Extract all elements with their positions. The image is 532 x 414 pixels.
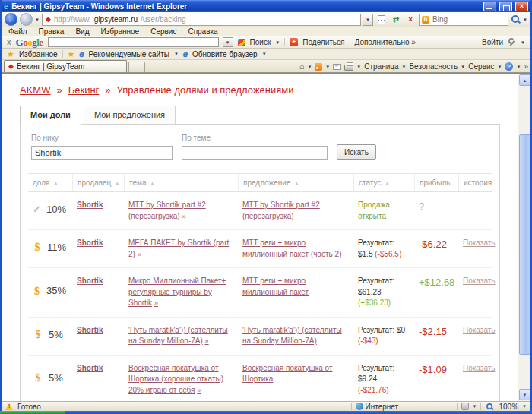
chevron-down-icon[interactable]: ▼: [521, 40, 525, 45]
chevron-down-icon[interactable]: ▼: [262, 52, 267, 56]
menu-view[interactable]: Вид: [75, 28, 89, 36]
bing-search-input[interactable]: [432, 15, 501, 24]
seller-link[interactable]: Shortik: [77, 364, 103, 372]
mail-icon[interactable]: [333, 64, 341, 70]
protected-mode-icon[interactable]: [461, 403, 469, 410]
wrench-icon[interactable]: [508, 38, 516, 46]
topic-link[interactable]: Воскресная покатушка от Шортика (хорошие…: [128, 364, 223, 394]
external-link-icon[interactable]: »: [154, 299, 158, 307]
add-favorite-star-icon[interactable]: ★: [68, 50, 75, 58]
toolbar-close-icon[interactable]: x: [7, 38, 11, 46]
chevron-down-icon[interactable]: ▼: [473, 404, 477, 409]
offer-link[interactable]: МТТ реги + микро миллионный пакет: [242, 277, 309, 296]
zoom-level[interactable]: 100%: [499, 403, 518, 411]
compatibility-view-button[interactable]: [375, 14, 388, 26]
seller-link[interactable]: Shortik: [77, 326, 103, 334]
menu-file[interactable]: Файл: [8, 28, 27, 36]
chevron-down-icon[interactable]: ▼: [174, 52, 179, 56]
topic-link[interactable]: МТТ by Shortik part #2 (перезагрузка): [128, 201, 206, 220]
column-header[interactable]: статус ▲: [353, 174, 414, 191]
history-show-link[interactable]: Показать: [463, 326, 496, 334]
scroll-up-icon[interactable]: ▲: [519, 74, 530, 86]
warning-icon[interactable]: [5, 403, 14, 410]
nick-input[interactable]: [31, 146, 173, 160]
breadcrumb-link-backing[interactable]: Бекинг: [68, 84, 100, 96]
chevron-down-icon[interactable]: ▼: [516, 65, 521, 69]
external-link-icon[interactable]: »: [205, 337, 209, 345]
column-header[interactable]: история: [458, 174, 492, 191]
chevron-down-icon[interactable]: ▼: [461, 65, 465, 69]
search-box[interactable]: b: [419, 14, 508, 26]
help-icon[interactable]: ?: [505, 62, 513, 71]
safety-menu-button[interactable]: Безопасность: [410, 62, 458, 71]
offer-link[interactable]: МТТ реги + микро миллионный пакет (часть…: [242, 239, 342, 258]
sort-asc-icon[interactable]: ▲: [150, 181, 154, 185]
breadcrumb-link-akmw[interactable]: AKMW: [20, 84, 50, 96]
column-header[interactable]: прибыль: [414, 174, 458, 191]
close-button[interactable]: ×: [515, 2, 528, 11]
seller-link[interactable]: Shortik: [77, 201, 103, 209]
seller-link[interactable]: Shortik: [77, 277, 103, 285]
tab-my-shares[interactable]: Мои доли: [20, 106, 81, 125]
google-search-dropdown[interactable]: ▼: [223, 37, 233, 47]
chevron-down-icon[interactable]: ▼: [356, 65, 361, 69]
restore-button[interactable]: [499, 2, 512, 11]
search-options-icon[interactable]: ▼: [523, 17, 527, 22]
menu-favorites[interactable]: Избранное: [100, 28, 139, 36]
google-search-input[interactable]: [48, 37, 219, 47]
topic-link[interactable]: Микро Миллионный Пакет+ регулярные турни…: [128, 277, 226, 307]
start-button[interactable]: [0, 411, 65, 414]
scrollbar-thumb[interactable]: [519, 134, 530, 355]
forward-button[interactable]: →: [20, 13, 33, 26]
zoom-icon[interactable]: [486, 403, 494, 410]
print-icon[interactable]: [344, 65, 353, 71]
sort-asc-icon[interactable]: ▲: [115, 181, 119, 185]
topic-link[interactable]: 'Путь maratik'а')) (сателлиты на Sunday …: [128, 326, 228, 346]
chevron-down-icon[interactable]: ▼: [325, 65, 330, 69]
chevron-down-icon[interactable]: ▼: [307, 65, 312, 69]
rss-icon[interactable]: [315, 63, 322, 71]
sort-asc-icon[interactable]: ▲: [294, 181, 299, 185]
update-browser-button[interactable]: Обновите браузер: [192, 50, 258, 58]
topic-input[interactable]: [182, 146, 328, 160]
vertical-scrollbar[interactable]: ▲ ▼: [518, 74, 530, 401]
column-header[interactable]: доля ▲: [28, 174, 72, 191]
column-header[interactable]: продавец ▲: [72, 174, 124, 191]
new-tab-stub[interactable]: [128, 62, 145, 72]
google-share-button[interactable]: Поделиться: [302, 38, 344, 46]
history-show-link[interactable]: Показать: [463, 277, 496, 285]
google-signin-button[interactable]: Войти: [482, 38, 503, 46]
search-button[interactable]: Искать: [337, 144, 376, 160]
offer-link[interactable]: МТТ by Shortik part #2 (перезагрузка): [242, 201, 320, 220]
page-menu-button[interactable]: Страница: [364, 62, 398, 71]
sort-asc-icon[interactable]: ▲: [385, 181, 389, 185]
external-link-icon[interactable]: »: [182, 213, 185, 220]
stop-button[interactable]: ×: [404, 14, 416, 26]
column-header[interactable]: тема ▲: [124, 174, 238, 191]
chevron-down-icon[interactable]: ▼: [402, 65, 407, 69]
menu-help[interactable]: Справка: [188, 28, 217, 36]
chevron-down-icon[interactable]: ▼: [522, 404, 527, 409]
favorites-button[interactable]: Избранное: [19, 50, 58, 58]
offer-link[interactable]: Воскресная покатушка от Шортика: [242, 364, 333, 384]
home-icon[interactable]: ⌂: [299, 62, 305, 71]
tools-menu-button[interactable]: Сервис: [468, 62, 494, 71]
overflow-chevron-icon[interactable]: »: [524, 62, 528, 71]
google-search-button[interactable]: Поиск: [250, 38, 271, 46]
browser-tab-active[interactable]: ◆ Бекинг | GipsyTeam: [4, 60, 127, 72]
topic-link[interactable]: МЕГА ПАКЕТ by Shortik (part 2): [128, 239, 229, 258]
tab-my-offers[interactable]: Мои предложения: [84, 106, 176, 124]
minimize-button[interactable]: [483, 2, 496, 11]
search-icon[interactable]: [511, 14, 521, 24]
back-button[interactable]: ←: [5, 13, 17, 26]
history-show-link[interactable]: Показать: [463, 239, 496, 247]
menu-edit[interactable]: Правка: [39, 28, 65, 36]
column-header[interactable]: предложение ▲: [238, 174, 353, 191]
seller-link[interactable]: Shortik: [77, 239, 103, 247]
google-more-button[interactable]: Дополнительно »: [355, 38, 416, 46]
url-field[interactable]: ◆ http://www.gipsyteam.ru/user/backing: [42, 14, 361, 26]
external-link-icon[interactable]: »: [197, 387, 201, 394]
sort-asc-icon[interactable]: ▲: [53, 181, 58, 185]
external-link-icon[interactable]: »: [138, 251, 141, 258]
offer-link[interactable]: 'Путь maratik'а')) (сателлиты на Sunday …: [242, 326, 342, 346]
